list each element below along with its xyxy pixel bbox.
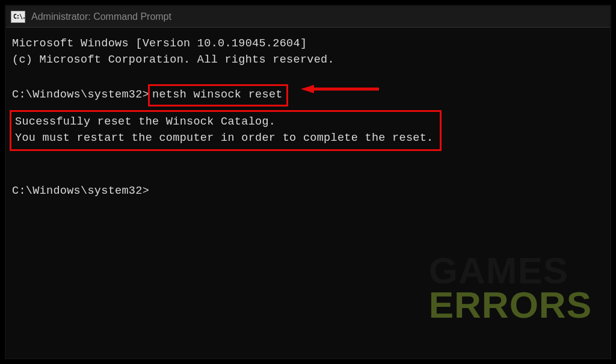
prompt-line-2: C:\Windows\system32> [12, 184, 604, 200]
prompt-line-1: C:\Windows\system32>netsh winsock reset [12, 84, 604, 106]
copyright-line: (c) Microsoft Corporation. All rights re… [12, 52, 604, 69]
cmd-icon-label: C:\. [13, 13, 25, 20]
version-line: Microsoft Windows [Version 10.0.19045.26… [12, 36, 604, 52]
watermark-line-1: GAMES [429, 253, 592, 288]
output-line-2: You must restart the computer in order t… [15, 131, 434, 147]
watermark-line-2: ERRORS [429, 288, 592, 322]
cmd-icon: C:\. [11, 11, 25, 23]
watermark: GAMES ERRORS [429, 253, 592, 322]
command-prompt-window: C:\. Administrator: Command Prompt Micro… [5, 5, 611, 359]
prompt-path-1: C:\Windows\system32> [12, 88, 149, 101]
terminal-output-area[interactable]: Microsoft Windows [Version 10.0.19045.26… [6, 28, 610, 358]
window-titlebar[interactable]: C:\. Administrator: Command Prompt [6, 6, 610, 28]
window-title: Administrator: Command Prompt [31, 11, 171, 22]
output-highlight-box: Sucessfully reset the Winsock Catalog. Y… [10, 110, 442, 151]
typed-command: netsh winsock reset [152, 88, 283, 101]
output-line-1: Sucessfully reset the Winsock Catalog. [15, 114, 434, 131]
command-highlight-box: netsh winsock reset [148, 84, 288, 106]
